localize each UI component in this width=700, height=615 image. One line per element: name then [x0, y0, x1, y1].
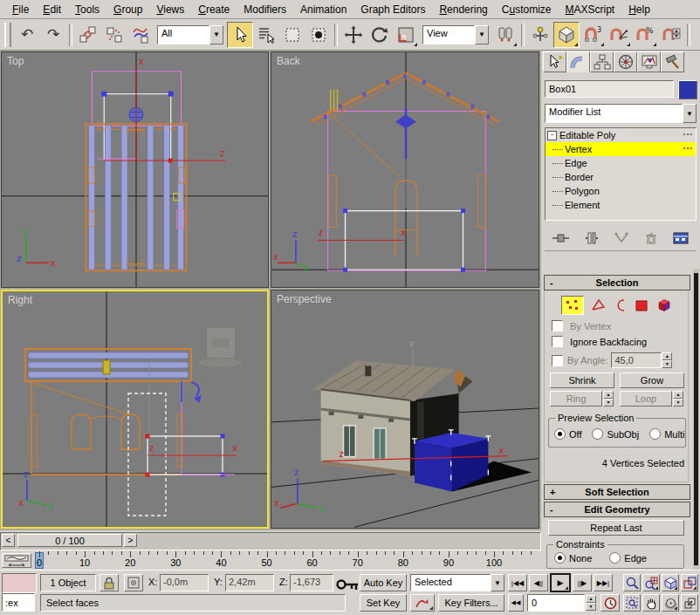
stack-item-vertex[interactable]: Vertex•••	[546, 142, 696, 156]
subobject-element-button[interactable]	[655, 297, 673, 315]
viewport-right-label[interactable]: Right	[8, 294, 32, 306]
select-by-name-button[interactable]	[253, 22, 279, 48]
coord-system-arrow[interactable]: ▼	[475, 25, 489, 44]
viewport-back-label[interactable]: Back	[277, 55, 300, 67]
subobject-vertex-button[interactable]	[561, 296, 584, 315]
viewport-right-canvas[interactable]: z x z x y	[3, 291, 267, 527]
zoom-button[interactable]	[623, 574, 641, 591]
track-bar[interactable]: 0102030405060708090100	[0, 551, 539, 570]
next-frame-button[interactable]: ||▶	[573, 574, 592, 591]
menu-create[interactable]: Create	[191, 2, 237, 17]
repeat-last-button[interactable]: Repeat Last	[548, 520, 684, 536]
angle-snap-button[interactable]	[606, 22, 632, 48]
by-vertex-checkbox[interactable]	[552, 320, 563, 331]
set-key-button[interactable]: Set Key	[360, 594, 407, 612]
pan-button[interactable]	[642, 594, 660, 612]
play-button[interactable]: ▶	[550, 573, 571, 592]
absolute-offset-toggle[interactable]	[124, 574, 143, 591]
tab-utilities[interactable]	[661, 51, 684, 72]
remove-modifier-button[interactable]	[642, 230, 660, 248]
viewport-right[interactable]: z x z x y Right	[1, 290, 269, 529]
selection-lock-toggle[interactable]	[100, 574, 119, 591]
previous-frame-button[interactable]: ◀||	[529, 574, 548, 591]
make-unique-button[interactable]	[613, 230, 630, 248]
bind-to-space-warp-button[interactable]	[127, 22, 154, 48]
redo-button[interactable]: ↷	[40, 22, 66, 48]
reference-coordinate-system-dropdown[interactable]: View ▼	[422, 25, 489, 44]
z-coordinate-field[interactable]: -1,673	[290, 574, 333, 591]
open-mini-curve-editor-button[interactable]	[2, 553, 31, 568]
time-slider-next-button[interactable]: >	[124, 534, 137, 547]
time-configuration-button[interactable]	[600, 594, 620, 612]
viewport-top-canvas[interactable]: x z y x z	[2, 52, 268, 287]
pin-stack-button[interactable]	[551, 230, 572, 248]
viewport-back[interactable]: z x z x y Back	[271, 51, 539, 288]
track-bar-ruler[interactable]: 0102030405060708090100	[35, 551, 539, 571]
constraints-edge-radio[interactable]	[609, 552, 621, 564]
tab-display[interactable]	[637, 51, 661, 72]
menu-animation[interactable]: Animation	[293, 2, 353, 17]
viewport-perspective-canvas[interactable]: y	[271, 290, 539, 528]
viewport-perspective-label[interactable]: Perspective	[277, 293, 332, 305]
ring-button[interactable]: Ring	[550, 391, 602, 407]
selection-filter-arrow[interactable]: ▼	[209, 25, 223, 44]
ignore-backfacing-checkbox[interactable]	[552, 336, 563, 347]
snaps-toggle-button[interactable]	[553, 22, 580, 48]
zoom-extents-button[interactable]	[662, 574, 679, 591]
toolbar-drag-handle[interactable]	[4, 23, 11, 47]
ring-spinner[interactable]: ▲▼	[603, 391, 614, 407]
select-and-manipulate-button[interactable]	[527, 22, 553, 48]
viewport-back-canvas[interactable]: z x z x y	[271, 52, 539, 287]
object-color-swatch[interactable]	[678, 80, 697, 99]
selection-filter-dropdown[interactable]: All ▼	[157, 25, 223, 44]
rectangular-selection-region-button[interactable]	[279, 22, 305, 48]
soft-selection-rollout-header[interactable]: +Soft Selection	[544, 484, 690, 500]
percent-snap-button[interactable]: %	[632, 22, 658, 48]
viewport-perspective[interactable]: y	[271, 290, 539, 529]
panel-scrollbar[interactable]	[693, 269, 699, 570]
key-filters-button[interactable]: Key Filters...	[438, 594, 504, 612]
y-coordinate-field[interactable]: 2,42m	[225, 574, 274, 591]
auto-key-button[interactable]: Auto Key	[360, 574, 407, 591]
key-mode-toggle-button[interactable]: ◀◀	[508, 594, 524, 612]
viewport-top-label[interactable]: Top	[7, 55, 24, 67]
time-slider-handle[interactable]: 0 / 100	[17, 534, 122, 547]
viewport-top[interactable]: x z y x z Top	[1, 51, 269, 288]
by-angle-spinner[interactable]: ▲▼	[662, 352, 672, 368]
min-max-toggle-button[interactable]	[681, 594, 698, 612]
menu-tools[interactable]: Tools	[68, 2, 106, 17]
select-and-rotate-button[interactable]	[367, 22, 393, 48]
select-and-move-button[interactable]	[340, 22, 367, 48]
preview-off-radio[interactable]	[554, 428, 566, 440]
zoom-extents-all-button[interactable]	[681, 574, 698, 591]
loop-button[interactable]: Loop	[620, 391, 672, 407]
by-angle-field[interactable]: 45,0	[611, 352, 662, 368]
menu-file[interactable]: File	[5, 2, 36, 17]
unlink-selection-button[interactable]	[101, 22, 127, 48]
subobject-edge-button[interactable]	[590, 297, 607, 315]
modifier-list-dropdown[interactable]: Modifier List ▼	[545, 104, 697, 123]
selection-rollout-header[interactable]: -Selection	[544, 275, 690, 290]
tab-create[interactable]	[543, 51, 566, 72]
key-mode-dropdown[interactable]: Selected ▼	[410, 574, 504, 591]
window-crossing-toggle-button[interactable]	[305, 22, 332, 48]
shrink-button[interactable]: Shrink	[550, 372, 614, 388]
panel-scrollbar-thumb[interactable]	[694, 273, 698, 565]
zoom-region-button[interactable]	[623, 594, 641, 612]
maxscript-listener-pink[interactable]	[2, 573, 37, 593]
loop-spinner[interactable]: ▲▼	[673, 391, 683, 407]
modifier-stack-list[interactable]: -Editable Poly•••Vertex•••EdgeBorderPoly…	[545, 127, 697, 221]
tab-hierarchy[interactable]	[590, 51, 614, 72]
preview-subobj-radio[interactable]	[592, 428, 603, 440]
stack-item-root[interactable]: -Editable Poly•••	[546, 128, 696, 142]
go-to-end-button[interactable]: ▶▶|	[594, 574, 613, 591]
menu-views[interactable]: Views	[149, 2, 191, 17]
by-angle-checkbox[interactable]	[552, 355, 563, 366]
stack-item-polygon[interactable]: Polygon	[546, 184, 696, 198]
key-mode-arrow[interactable]: ▼	[491, 574, 504, 591]
x-coordinate-field[interactable]: -0,0m	[160, 574, 209, 591]
menu-help[interactable]: Help	[621, 2, 657, 17]
menu-rendering[interactable]: Rendering	[432, 2, 494, 17]
use-pivot-center-button[interactable]	[492, 22, 518, 48]
tab-motion[interactable]	[614, 51, 637, 72]
